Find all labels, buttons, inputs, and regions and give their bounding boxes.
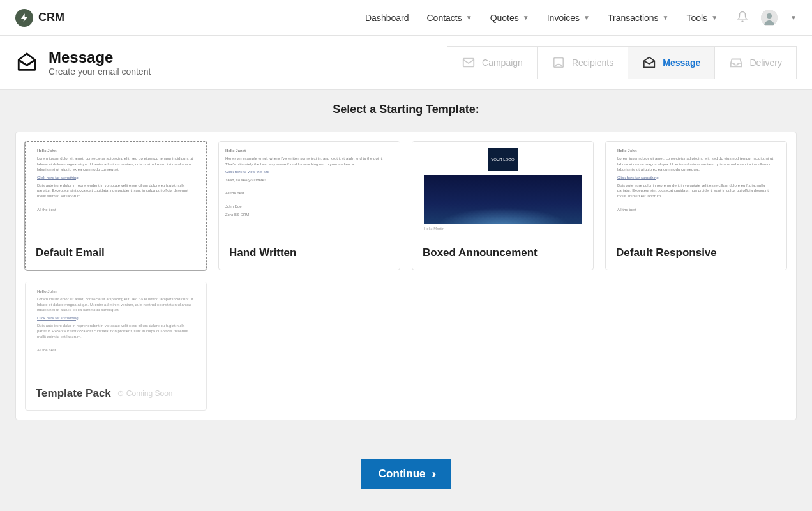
nav-invoices[interactable]: Invoices ▼ — [547, 13, 590, 23]
chevron-right-double-icon: ›› — [432, 468, 434, 480]
chevron-down-icon: ▼ — [663, 14, 669, 21]
coming-soon-badge: Coming Soon — [117, 389, 173, 398]
svg-point-4 — [557, 59, 560, 63]
template-template-pack: Hello John Lorem ipsum dolor sit amet, c… — [25, 282, 207, 411]
chevron-down-icon: ▼ — [711, 14, 718, 21]
wizard-label: Message — [663, 57, 700, 68]
template-preview: YOUR LOGO Hello Martin — [412, 142, 593, 238]
nav-label: Quotes — [490, 13, 519, 23]
wizard-steps: Campaign Recipients Message Delivery — [447, 46, 797, 79]
brand[interactable]: CRM — [15, 9, 64, 27]
templates-panel: Hello John Lorem ipsum dolor sit amet, c… — [15, 132, 797, 420]
template-default-email[interactable]: Hello John Lorem ipsum dolor sit amet, c… — [25, 141, 207, 270]
preview-link: Click here for something — [37, 316, 195, 321]
inbox-icon — [729, 56, 743, 70]
template-boxed-announcement[interactable]: YOUR LOGO Hello Martin Boxed Announcemen… — [412, 141, 594, 270]
notifications-icon[interactable] — [737, 11, 748, 25]
nav-label: Transactions — [608, 13, 659, 23]
chevron-down-icon: ▼ — [523, 14, 529, 21]
preview-link: Click here for something — [617, 175, 775, 180]
brand-logo-icon — [15, 9, 33, 27]
template-default-responsive[interactable]: Hello John Lorem ipsum dolor sit amet, c… — [605, 141, 787, 270]
message-icon — [15, 51, 38, 74]
nav-label: Contacts — [427, 13, 462, 23]
nav-contacts[interactable]: Contacts ▼ — [427, 13, 472, 23]
content: Select a Starting Template: Hello John L… — [0, 90, 812, 511]
page-header: Message Create your email content Campai… — [0, 36, 812, 90]
section-title: Select a Starting Template: — [15, 103, 797, 116]
preview-text: Here's an example email, where I've writ… — [225, 156, 393, 167]
preview-signoff: All the best — [617, 207, 775, 212]
template-name: Default Email — [26, 238, 206, 270]
wizard-step-message[interactable]: Message — [628, 46, 715, 79]
preview-text: Duis aute irure dolor in reprehenderit i… — [37, 323, 195, 339]
template-preview: Hello Janet Here's an example email, whe… — [219, 142, 400, 238]
wizard-step-campaign[interactable]: Campaign — [447, 46, 538, 79]
nav-quotes[interactable]: Quotes ▼ — [490, 13, 529, 23]
continue-label: Continue — [379, 468, 426, 480]
brand-name: CRM — [38, 11, 64, 24]
preview-greet: Hello Martin — [424, 226, 444, 231]
preview-greet: Hello John — [37, 289, 195, 294]
template-name-text: Template Pack — [36, 387, 111, 400]
message-icon — [642, 56, 656, 70]
chevron-down-icon: ▼ — [583, 14, 590, 21]
template-name: Template Pack Coming Soon — [26, 378, 206, 410]
wizard-label: Delivery — [749, 57, 782, 68]
preview-link: Click here to view this site — [225, 169, 393, 174]
chevron-down-icon[interactable]: ▼ — [790, 14, 797, 21]
wizard-step-recipients[interactable]: Recipients — [538, 46, 628, 79]
preview-text: Lorem ipsum dolor sit amet, consectetur … — [37, 156, 195, 172]
nav-dashboard[interactable]: Dashboard — [365, 13, 409, 23]
nav-label: Invoices — [547, 13, 580, 23]
logo-placeholder: YOUR LOGO — [488, 148, 518, 171]
wizard-label: Recipients — [572, 57, 613, 68]
preview-text: Lorem ipsum dolor sit amet, consectetur … — [37, 296, 195, 312]
user-icon — [552, 56, 566, 70]
wizard-step-delivery[interactable]: Delivery — [715, 46, 797, 79]
continue-button[interactable]: Continue ›› — [361, 459, 451, 489]
wizard-label: Campaign — [482, 57, 523, 68]
preview-greet: Hello John — [617, 148, 775, 153]
template-name: Hand Written — [219, 238, 400, 270]
preview-signoff: All the best — [225, 190, 393, 195]
banner-image — [424, 175, 582, 224]
nav-transactions[interactable]: Transactions ▼ — [608, 13, 669, 23]
nav-label: Tools — [687, 13, 708, 23]
chevron-down-icon: ▼ — [466, 14, 472, 21]
preview-signoff: All the best — [37, 207, 195, 212]
user-avatar[interactable] — [761, 10, 778, 26]
preview-link: Click here for something — [37, 175, 195, 180]
preview-signoff: All the best — [37, 347, 195, 353]
page-title: Message — [49, 49, 151, 66]
template-name: Default Responsive — [606, 238, 786, 270]
preview-sig: John Doe — [225, 204, 393, 209]
preview-text: Yeah, so see you there! — [225, 178, 393, 183]
preview-greet: Hello John — [37, 148, 195, 153]
template-preview: Hello John Lorem ipsum dolor sit amet, c… — [606, 142, 786, 238]
preview-greet: Hello Janet — [225, 148, 393, 153]
template-name: Boxed Announcement — [412, 238, 593, 270]
nav-label: Dashboard — [365, 13, 409, 23]
badge-text: Coming Soon — [126, 389, 173, 398]
preview-text: Duis aute irure dolor in reprehenderit i… — [617, 183, 775, 199]
template-preview: Hello John Lorem ipsum dolor sit amet, c… — [26, 282, 206, 378]
svg-point-1 — [767, 13, 772, 19]
nav-items: Dashboard Contacts ▼ Quotes ▼ Invoices ▼… — [365, 13, 718, 23]
envelope-icon — [462, 56, 476, 70]
top-nav: CRM Dashboard Contacts ▼ Quotes ▼ Invoic… — [0, 0, 812, 36]
preview-sig: Zero BS CRM — [225, 212, 393, 217]
template-hand-written[interactable]: Hello Janet Here's an example email, whe… — [218, 141, 400, 270]
nav-tools[interactable]: Tools ▼ — [687, 13, 718, 23]
template-grid: Hello John Lorem ipsum dolor sit amet, c… — [25, 141, 787, 411]
template-preview: Hello John Lorem ipsum dolor sit amet, c… — [26, 142, 206, 238]
preview-text: Duis aute irure dolor in reprehenderit i… — [37, 183, 195, 199]
preview-text: Lorem ipsum dolor sit amet, consectetur … — [617, 156, 775, 172]
page-subtitle: Create your email content — [49, 66, 151, 77]
